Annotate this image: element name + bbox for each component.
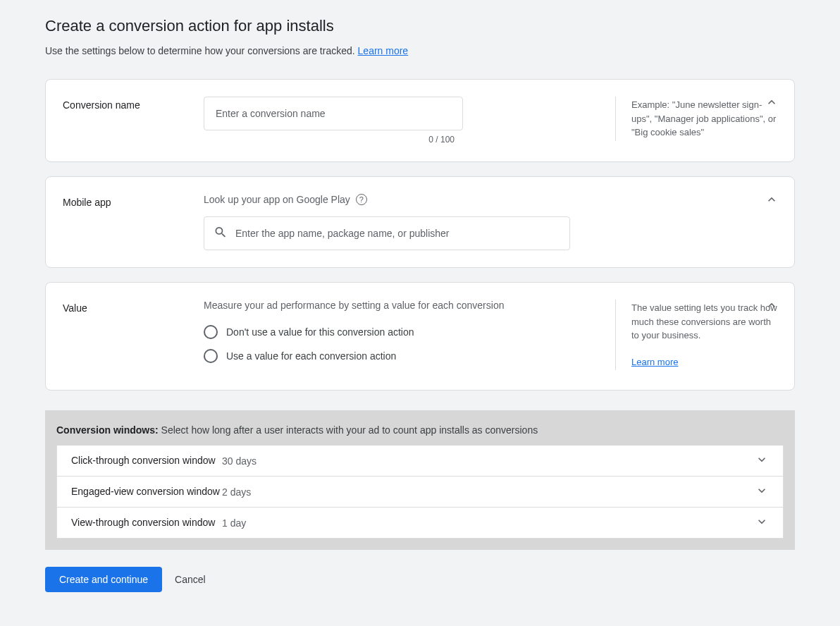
value-label: Value: [63, 300, 204, 314]
value-card: Value Measure your ad performance by set…: [45, 282, 795, 391]
collapse-toggle[interactable]: [763, 297, 780, 314]
value-helper: Measure your ad performance by setting a…: [204, 300, 598, 311]
mobile-app-label: Mobile app: [63, 194, 204, 208]
collapse-toggle[interactable]: [763, 191, 780, 208]
page-title: Create a conversion action for app insta…: [45, 17, 795, 35]
search-icon: [214, 226, 228, 242]
chevron-up-icon: [765, 192, 779, 207]
mobile-app-card: Mobile app Look up your app on Google Pl…: [45, 176, 795, 268]
radio-icon: [204, 349, 218, 363]
chevron-up-icon: [765, 298, 779, 312]
create-and-continue-button[interactable]: Create and continue: [45, 567, 162, 592]
window-value: 30 days: [222, 455, 755, 467]
chevron-down-icon: [755, 515, 769, 531]
conversion-name-card: Conversion name 0 / 100 Example: "June n…: [45, 79, 795, 162]
chevron-up-icon: [765, 95, 779, 109]
subtitle-text: Use the settings below to determine how …: [45, 45, 358, 56]
char-count: 0 / 100: [204, 135, 463, 145]
view-through-window-row[interactable]: View-through conversion window 1 day: [57, 508, 783, 538]
click-through-window-row[interactable]: Click-through conversion window 30 days: [57, 446, 783, 476]
conversion-name-example: Example: "June newsletter sign-ups", "Ma…: [615, 97, 777, 141]
window-value: 1 day: [222, 517, 755, 529]
page-subtitle: Use the settings below to determine how …: [45, 45, 795, 56]
engaged-view-window-row[interactable]: Engaged-view conversion window 2 days: [57, 477, 783, 507]
chevron-down-icon: [755, 484, 769, 500]
collapse-toggle[interactable]: [763, 94, 780, 111]
radio-icon: [204, 325, 218, 339]
windows-subtitle: Select how long after a user interacts w…: [159, 424, 538, 436]
help-icon[interactable]: ?: [356, 194, 367, 205]
radio-use-value[interactable]: Use a value for each conversion action: [204, 349, 598, 363]
conversion-windows-section: Conversion windows: Select how long afte…: [45, 410, 795, 550]
learn-more-link[interactable]: Learn more: [358, 45, 409, 56]
value-learn-more-link[interactable]: Learn more: [631, 357, 678, 367]
conversion-name-label: Conversion name: [63, 97, 204, 111]
window-label: Engaged-view conversion window: [71, 485, 222, 499]
radio-no-value[interactable]: Don't use a value for this conversion ac…: [204, 325, 598, 339]
app-search-input[interactable]: [204, 216, 570, 250]
radio-use-value-label: Use a value for each conversion action: [226, 350, 396, 362]
value-side-text: The value setting lets you track how muc…: [631, 301, 777, 343]
windows-title: Conversion windows:: [56, 424, 159, 436]
radio-no-value-label: Don't use a value for this conversion ac…: [226, 326, 414, 338]
chevron-down-icon: [755, 453, 769, 469]
cancel-button[interactable]: Cancel: [175, 574, 206, 585]
mobile-app-helper: Look up your app on Google Play: [204, 194, 350, 205]
conversion-name-input[interactable]: [204, 97, 463, 130]
window-label: Click-through conversion window: [71, 454, 222, 468]
window-label: View-through conversion window: [71, 516, 222, 530]
window-value: 2 days: [222, 486, 755, 498]
